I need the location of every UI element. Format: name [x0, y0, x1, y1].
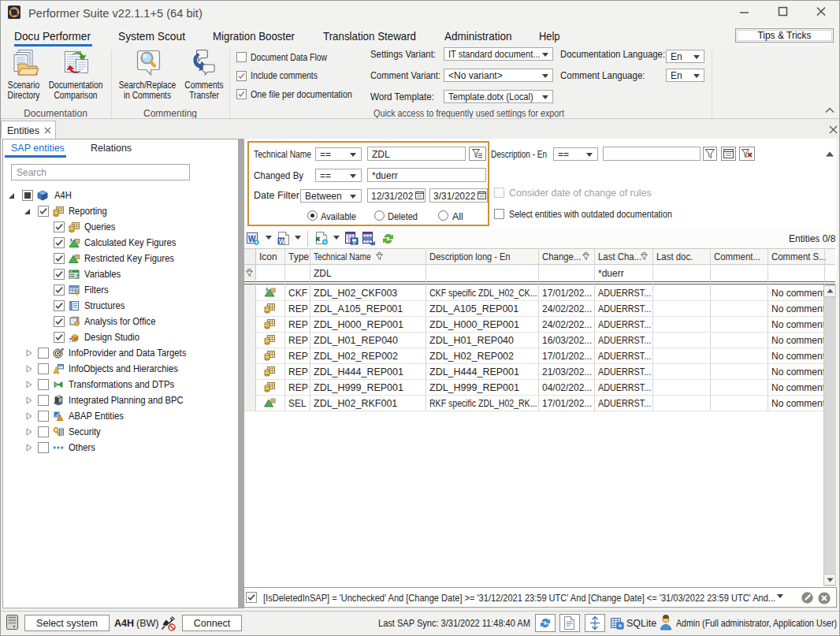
- svg-text:?: ?: [76, 273, 80, 280]
- svg-text:W: W: [279, 237, 286, 245]
